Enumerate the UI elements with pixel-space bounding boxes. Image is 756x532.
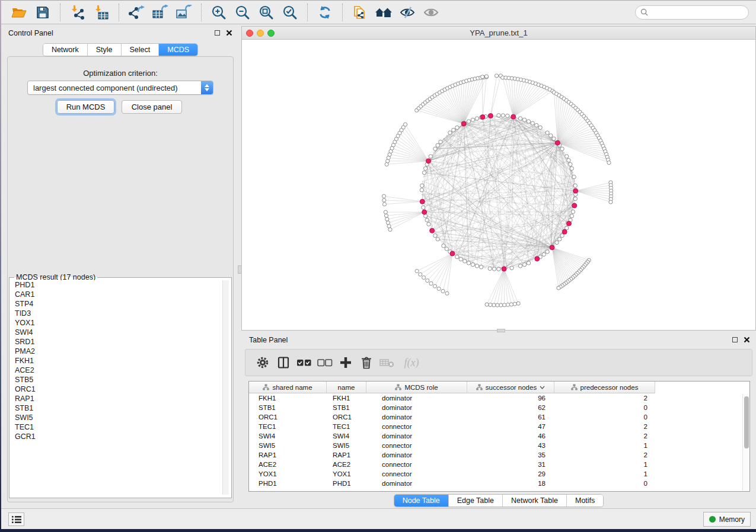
zoom-out-button[interactable]: [234, 4, 251, 21]
run-mcds-button[interactable]: Run MCDS: [57, 100, 114, 114]
network-node[interactable]: [384, 210, 387, 214]
network-hub-node[interactable]: [511, 114, 516, 119]
network-node[interactable]: [557, 286, 560, 290]
network-node[interactable]: [489, 303, 492, 306]
mcds-result-item[interactable]: PMA2: [12, 347, 229, 356]
table-row[interactable]: YOX1YOX1connector291: [249, 469, 749, 479]
network-hub-node[interactable]: [422, 210, 427, 214]
network-node[interactable]: [436, 238, 439, 241]
refresh-button[interactable]: [316, 4, 334, 21]
mcds-result-item[interactable]: ORC1: [12, 384, 229, 394]
mcds-result-item[interactable]: STB5: [12, 375, 229, 384]
mcds-result-item[interactable]: YOX1: [12, 318, 229, 328]
network-node[interactable]: [518, 264, 522, 268]
tab-edge-table[interactable]: Edge Table: [448, 495, 502, 507]
network-node[interactable]: [385, 217, 389, 221]
network-node[interactable]: [549, 134, 553, 137]
network-node[interactable]: [527, 261, 530, 265]
network-node[interactable]: [570, 214, 573, 217]
network-node[interactable]: [382, 198, 386, 202]
column-header-successor-nodes[interactable]: successor nodes: [467, 382, 554, 393]
export-table-button[interactable]: [151, 4, 169, 21]
network-hub-node[interactable]: [562, 229, 567, 234]
select-all-button[interactable]: [296, 355, 312, 370]
mcds-result-item[interactable]: TEC1: [12, 422, 229, 432]
network-hub-node[interactable]: [502, 267, 506, 271]
network-node[interactable]: [442, 244, 445, 248]
table-row[interactable]: SWI5SWI5connector431: [249, 441, 749, 450]
network-window-titlebar[interactable]: YPA_prune.txt_1: [242, 27, 755, 40]
network-node[interactable]: [570, 166, 573, 170]
network-node[interactable]: [569, 162, 572, 166]
network-node[interactable]: [423, 166, 427, 170]
network-node[interactable]: [436, 143, 439, 147]
mcds-result-item[interactable]: PHD1: [12, 280, 229, 290]
open-file-button[interactable]: [10, 4, 28, 21]
network-node[interactable]: [497, 114, 500, 117]
horizontal-splitter-handle[interactable]: [497, 329, 505, 332]
network-hub-node[interactable]: [572, 203, 577, 208]
table-settings-button[interactable]: [255, 355, 270, 370]
mcds-result-item[interactable]: RAP1: [12, 394, 229, 403]
network-node[interactable]: [422, 206, 425, 209]
network-node[interactable]: [433, 147, 437, 150]
result-list-scrollbar[interactable]: [222, 280, 229, 495]
network-node[interactable]: [492, 267, 496, 271]
network-hub-node[interactable]: [420, 199, 425, 204]
mcds-result-item[interactable]: SWI5: [12, 413, 229, 422]
network-node[interactable]: [422, 275, 426, 279]
network-node[interactable]: [459, 257, 462, 261]
search-input[interactable]: [652, 8, 744, 17]
export-image-button[interactable]: [175, 4, 193, 21]
table-row[interactable]: PHD1PHD1dominator180: [249, 479, 749, 488]
table-row[interactable]: FKH1FKH1dominator962: [249, 393, 749, 403]
column-header-shared-name[interactable]: shared name: [249, 382, 327, 393]
network-node[interactable]: [572, 175, 576, 179]
network-node[interactable]: [425, 218, 429, 222]
network-node[interactable]: [609, 200, 613, 204]
mcds-result-item[interactable]: TID3: [12, 309, 229, 318]
network-hub-node[interactable]: [461, 121, 466, 126]
network-node[interactable]: [455, 126, 459, 129]
network-node[interactable]: [513, 302, 516, 306]
network-node[interactable]: [497, 267, 500, 271]
network-node[interactable]: [573, 197, 577, 200]
network-node[interactable]: [496, 303, 499, 307]
tab-network-table[interactable]: Network Table: [502, 495, 566, 507]
network-hub-node[interactable]: [480, 115, 485, 120]
network-node[interactable]: [516, 302, 520, 305]
network-node[interactable]: [452, 128, 455, 132]
optimization-criterion-select[interactable]: largest connected component (undirected): [27, 81, 213, 95]
network-node[interactable]: [558, 238, 562, 241]
network-node[interactable]: [485, 303, 489, 306]
table-row[interactable]: STB1STB1dominator620: [249, 403, 749, 412]
float-table-panel-icon[interactable]: [732, 337, 738, 342]
network-node[interactable]: [387, 225, 391, 228]
network-node[interactable]: [531, 121, 534, 125]
network-node[interactable]: [422, 171, 426, 174]
network-node[interactable]: [481, 75, 484, 79]
network-node[interactable]: [567, 158, 570, 162]
delete-row-button[interactable]: [359, 355, 374, 370]
network-hub-node[interactable]: [488, 113, 493, 118]
network-node[interactable]: [471, 262, 474, 266]
network-node[interactable]: [488, 267, 492, 270]
network-node[interactable]: [439, 140, 442, 143]
table-row[interactable]: SWI4SWI4dominator462: [249, 431, 749, 441]
network-hub-node[interactable]: [555, 140, 560, 145]
column-header-name[interactable]: name: [327, 382, 366, 393]
network-node[interactable]: [429, 155, 432, 158]
clone-network-button[interactable]: [351, 4, 369, 21]
network-node[interactable]: [420, 184, 424, 187]
network-hub-node[interactable]: [573, 188, 578, 193]
deselect-all-button[interactable]: [317, 355, 333, 370]
close-panel-button[interactable]: Close panel: [122, 100, 182, 114]
network-node[interactable]: [455, 255, 459, 258]
tab-node-table[interactable]: Node Table: [394, 495, 448, 507]
table-scrollbar-thumb[interactable]: [744, 396, 749, 448]
mcds-result-list[interactable]: PHD1CAR1STP4TID3YOX1SWI4SRD1PMA2FKH1ACE2…: [12, 280, 229, 495]
network-node[interactable]: [419, 273, 422, 276]
import-table-button[interactable]: [92, 4, 110, 21]
network-node[interactable]: [522, 262, 526, 266]
network-node[interactable]: [573, 184, 577, 187]
